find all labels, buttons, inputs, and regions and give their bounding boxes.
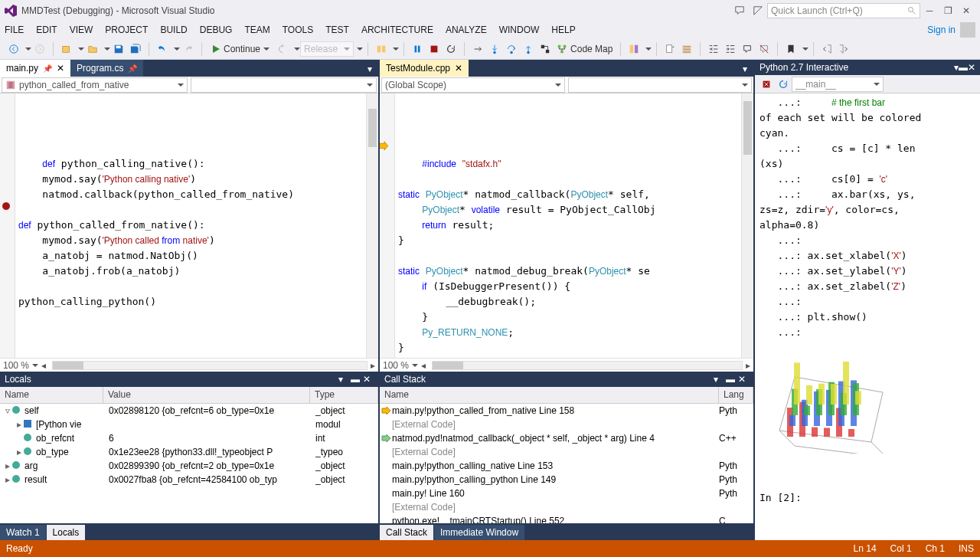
open-file-button[interactable] — [85, 41, 100, 57]
restart-button[interactable] — [443, 41, 459, 57]
member-dropdown[interactable]: python_called_from_native — [2, 77, 188, 93]
chevron-down-icon[interactable] — [25, 48, 31, 51]
callstack-row[interactable]: [External Code] — [380, 445, 753, 459]
scope-dropdown[interactable]: __main__ — [792, 77, 884, 92]
menu-help[interactable]: HELP — [551, 25, 575, 35]
chevron-down-icon[interactable]: ▾ — [737, 61, 753, 77]
chevron-down-icon[interactable]: ▾ — [338, 374, 349, 385]
undo-button[interactable] — [155, 41, 170, 57]
locals-row[interactable]: ▸ arg 0x02899390 {ob_refcnt=2 ob_type=0x… — [0, 459, 378, 473]
zoom-level[interactable]: 100 % — [3, 360, 29, 371]
prev-bookmark-button[interactable] — [819, 41, 835, 57]
callstack-row[interactable]: python.exe!__tmainCRTStartup() Line 552 … — [380, 514, 753, 523]
new-project-button[interactable] — [59, 41, 74, 57]
menu-test[interactable]: TEST — [325, 25, 349, 35]
sign-in-link[interactable]: Sign in — [927, 25, 956, 35]
locals-row[interactable]: ▸ ob_type 0x1e23ee28 {python33.dll!_type… — [0, 445, 378, 459]
pause-button[interactable] — [410, 41, 425, 57]
menu-file[interactable]: FILE — [5, 25, 24, 35]
menu-analyze[interactable]: ANALYZE — [446, 25, 487, 35]
code-editor-left[interactable]: def python_calling_native(): mymod.say('… — [0, 93, 378, 358]
pin-icon[interactable]: ▬ — [351, 374, 361, 385]
chevron-down-icon[interactable]: ▾ — [714, 374, 724, 385]
locals-row[interactable]: ▸ [Python vie modul — [0, 418, 378, 431]
indent-button[interactable] — [723, 41, 738, 57]
scrollbar-v[interactable] — [366, 93, 378, 358]
locals-row[interactable]: ▿ self 0x02898120 {ob_refcnt=6 ob_type=0… — [0, 404, 378, 418]
tab-program-cs[interactable]: Program.cs📌 — [70, 60, 143, 77]
comment-button[interactable] — [740, 41, 755, 57]
chevron-down-icon[interactable] — [78, 48, 84, 51]
step-over-button[interactable] — [504, 41, 519, 57]
uncomment-button[interactable] — [756, 41, 772, 57]
close-icon[interactable]: ✕ — [968, 62, 975, 73]
cancel-button[interactable] — [759, 77, 774, 92]
scrollbar-h[interactable] — [52, 361, 368, 370]
save-button[interactable] — [111, 41, 126, 57]
tab-locals[interactable]: Locals — [47, 525, 86, 540]
scrollbar-v[interactable] — [741, 93, 753, 358]
close-icon[interactable]: ✕ — [738, 374, 749, 385]
scope-dropdown[interactable]: (Global Scope) — [381, 77, 565, 93]
code-map-button[interactable]: Code Map — [554, 41, 616, 57]
step-button[interactable] — [537, 41, 553, 57]
menu-project[interactable]: PROJECT — [105, 25, 148, 35]
menu-edit[interactable]: EDIT — [36, 25, 57, 35]
menu-tools[interactable]: TOOLS — [283, 25, 313, 35]
class-view-button[interactable] — [679, 41, 694, 57]
member-dropdown[interactable] — [568, 77, 752, 93]
menu-team[interactable]: TEAM — [244, 25, 270, 35]
restore-button[interactable]: ❐ — [939, 3, 957, 18]
refresh-button[interactable] — [275, 41, 290, 57]
outdent-button[interactable] — [706, 41, 721, 57]
close-button[interactable]: ✕ — [957, 3, 975, 18]
callstack-row[interactable]: main.py! Line 160 Pyth — [380, 487, 753, 500]
notification-icon[interactable] — [750, 3, 766, 18]
type-dropdown[interactable] — [191, 77, 377, 93]
next-bookmark-button[interactable] — [836, 41, 851, 57]
minimize-button[interactable]: ─ — [920, 3, 939, 18]
tab-immediate[interactable]: Immediate Window — [434, 525, 524, 540]
tab-testmodule-cpp[interactable]: TestModule.cpp✕ — [380, 60, 469, 77]
close-icon[interactable]: ✕ — [455, 63, 462, 74]
chevron-down-icon[interactable] — [393, 48, 399, 51]
callstack-row[interactable]: natmod.pyd!natmod_callback(_object * sel… — [380, 431, 753, 445]
step-into-button[interactable] — [487, 41, 502, 57]
locals-row[interactable]: ob_refcnt 6 int — [0, 431, 378, 445]
close-icon[interactable]: ✕ — [57, 63, 64, 74]
feedback-icon[interactable] — [732, 3, 747, 18]
callstack-row[interactable]: [External Code] — [380, 418, 753, 431]
tab-main-py[interactable]: main.py📌✕ — [0, 60, 70, 77]
breakpoint-icon[interactable] — [2, 202, 11, 211]
callstack-row[interactable]: [External Code] — [380, 500, 753, 514]
menu-build[interactable]: BUILD — [160, 25, 187, 35]
pin-icon[interactable]: 📌 — [43, 64, 52, 73]
show-next-button[interactable] — [470, 41, 485, 57]
step-out-button[interactable] — [521, 41, 536, 57]
reset-button[interactable] — [776, 77, 791, 92]
tab-callstack[interactable]: Call Stack — [380, 525, 433, 540]
user-avatar-icon[interactable] — [960, 22, 975, 38]
pin-icon[interactable]: 📌 — [128, 64, 137, 73]
chevron-down-icon[interactable] — [802, 48, 808, 51]
pin-icon[interactable]: ▬ — [726, 374, 737, 385]
locals-grid[interactable]: ▿ self 0x02898120 {ob_refcnt=6 ob_type=0… — [0, 404, 378, 523]
callstack-grid[interactable]: main.py!python_called_from_native Line 1… — [380, 404, 753, 523]
chevron-down-icon[interactable]: ▾ — [362, 61, 377, 77]
interactive-repl[interactable]: ...: # the first bar of each set will be… — [755, 93, 980, 540]
menu-view[interactable]: VIEW — [70, 25, 93, 35]
hex-button[interactable] — [626, 41, 642, 57]
callstack-row[interactable]: main.py!python_calling_native Line 153 P… — [380, 459, 753, 473]
redo-button[interactable] — [181, 41, 196, 57]
zoom-level[interactable]: 100 % — [383, 360, 409, 371]
pin-icon[interactable]: ▬ — [959, 62, 968, 73]
nav-back-button[interactable] — [6, 41, 21, 57]
code-editor-mid[interactable]: #include "stdafx.h" static PyObject* nat… — [380, 93, 753, 358]
menu-debug[interactable]: DEBUG — [200, 25, 233, 35]
menu-architecture[interactable]: ARCHITECTURE — [361, 25, 433, 35]
save-all-button[interactable] — [128, 41, 143, 57]
bookmark-button[interactable] — [783, 41, 799, 57]
chevron-down-icon[interactable] — [357, 48, 363, 51]
process-button[interactable] — [374, 41, 389, 57]
chevron-down-icon[interactable] — [104, 48, 110, 51]
